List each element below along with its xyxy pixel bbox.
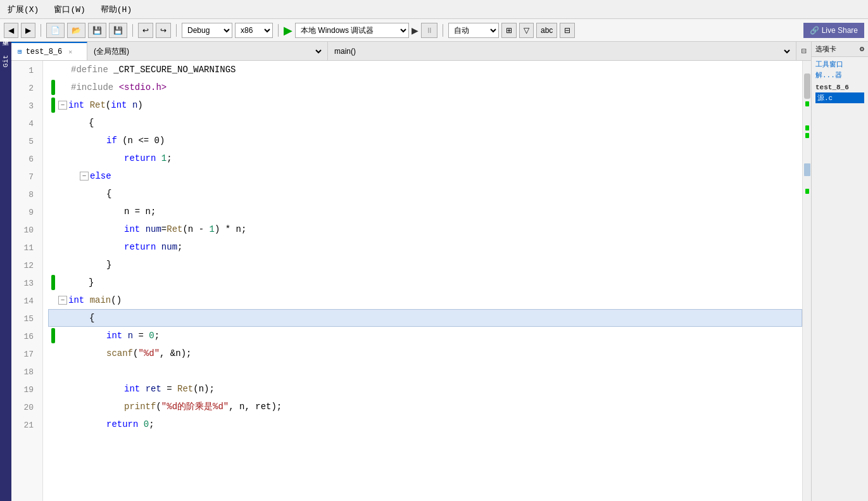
run2-button[interactable]: ▶ — [412, 25, 418, 35]
code-scrollbar[interactable] — [802, 61, 811, 501]
line-num-4: 4 — [11, 115, 37, 133]
line-num-13: 13 — [11, 275, 37, 293]
separator-3 — [176, 24, 177, 37]
line-num-11: 11 — [11, 239, 37, 257]
code-line-4: { — [48, 114, 802, 132]
token-20-2: ( — [156, 398, 161, 415]
file-tab[interactable]: ⊞ test_8_6 ✕ — [11, 42, 87, 60]
solution-link[interactable]: 解...器 — [815, 70, 864, 80]
live-share-button[interactable]: 🔗 Live Share — [803, 23, 864, 38]
token-3-3: Ret — [90, 96, 106, 114]
code-editor: 1 2 3 4 5 6 7 8 9 10 11 12 13 14 15 16 1… — [11, 61, 811, 501]
token-11-1: return — [124, 238, 156, 256]
back-button[interactable]: ◀ — [4, 23, 18, 38]
code-content[interactable]: #define _CRT_SECURE_NO_WARNINGS #include… — [43, 61, 802, 501]
right-panel: 选项卡 ⚙ 工具窗口 解...器 test_8_6 源.c — [811, 42, 868, 501]
auto-dropdown[interactable]: 自动 — [448, 23, 499, 38]
git-label: Git 更改 — [0, 48, 12, 70]
tools-window-link[interactable]: 工具窗口 — [815, 60, 864, 69]
line-numbers: 1 2 3 4 5 6 7 8 9 10 11 12 13 14 15 16 1… — [11, 61, 43, 501]
code-line-5: if (n <= 0) — [48, 132, 802, 149]
token-19-5: Ret — [177, 380, 193, 398]
right-panel-gear-icon[interactable]: ⚙ — [860, 44, 864, 54]
line-num-3: 3 — [11, 98, 37, 115]
code-line-21: return 0 ; — [48, 415, 802, 433]
line-num-8: 8 — [11, 186, 37, 204]
fold-14[interactable]: − — [58, 296, 67, 305]
token-19-1: int — [124, 380, 140, 398]
token-3-8: ) — [137, 96, 142, 114]
token-14-3: main — [90, 291, 111, 309]
pause-button[interactable]: ⏸ — [421, 23, 437, 38]
platform-dropdown[interactable]: x86 — [235, 23, 273, 38]
save-button[interactable]: 💾 — [88, 23, 106, 38]
token-10-7: 1 — [209, 220, 214, 238]
menu-help[interactable]: 帮助(H) — [98, 3, 134, 16]
forward-button[interactable]: ▶ — [21, 23, 35, 38]
active-file[interactable]: 源.c — [815, 92, 864, 103]
line-num-9: 9 — [11, 204, 37, 222]
scope-dropdown[interactable]: (全局范围) — [91, 46, 324, 56]
token-21-4: ; — [149, 415, 154, 433]
token-20-4: , n, ret); — [229, 398, 282, 415]
tab-close-icon[interactable]: ✕ — [68, 48, 72, 56]
menu-expand[interactable]: 扩展(X) — [5, 3, 41, 16]
undo-button[interactable]: ↩ — [138, 23, 153, 38]
run-button[interactable]: ▶ — [284, 23, 292, 37]
toolbar-icon-1[interactable]: ⊞ — [501, 23, 517, 38]
line-num-19: 19 — [11, 381, 37, 399]
token-6-1: return — [124, 149, 156, 167]
code-line-15[interactable]: { — [48, 309, 802, 327]
code-line-19: int ret = Ret (n); — [48, 380, 802, 398]
code-line-13: } — [48, 274, 802, 291]
token-3-1: int — [68, 96, 84, 114]
token-14-1: int — [68, 291, 84, 309]
fold-7[interactable]: − — [80, 172, 89, 181]
token-16-6: ; — [154, 327, 160, 345]
token-11-4: ; — [177, 238, 182, 256]
save-all-button[interactable]: 💾 — [109, 23, 127, 38]
token-20-1: printf — [124, 398, 156, 415]
code-line-8: { — [48, 185, 802, 203]
indicator-16 — [48, 328, 58, 343]
token-21-3: 0 — [144, 415, 149, 433]
code-line-6: return 1 ; — [48, 149, 802, 167]
code-line-14: − int main () — [48, 291, 802, 309]
code-line-17: scanf ( "%d" , &n); — [48, 345, 802, 362]
right-panel-header: 选项卡 ⚙ — [812, 42, 868, 57]
redo-button[interactable]: ↪ — [156, 23, 171, 38]
token-17-1: scanf — [106, 345, 133, 362]
debug-target-dropdown[interactable]: 本地 Windows 调试器 — [295, 23, 409, 38]
code-line-11: return num ; — [48, 238, 802, 256]
project-name: test_8_6 — [815, 84, 864, 91]
split-editor-button[interactable]: ⊟ — [796, 42, 811, 60]
new-file-button[interactable]: 📄 — [46, 23, 65, 38]
line-num-12: 12 — [11, 257, 37, 275]
toolbar-icon-3[interactable]: abc — [536, 23, 557, 38]
token-17-4: , &n); — [160, 345, 191, 362]
token-3-4: ( — [106, 96, 111, 114]
code-line-18 — [48, 362, 802, 380]
project-section: test_8_6 源.c — [815, 84, 864, 103]
fold-3[interactable]: − — [58, 101, 67, 110]
function-dropdown[interactable]: main() — [332, 46, 792, 56]
scrollbar-thumb[interactable] — [804, 73, 810, 99]
code-line-7: − else — [48, 167, 802, 185]
function-dropdown-container: main() — [328, 42, 796, 60]
token-6-4: ; — [167, 149, 172, 167]
code-line-9: n = n; — [48, 203, 802, 220]
token-16-2 — [122, 327, 127, 345]
token-20-3: "%d的阶乘是%d" — [161, 398, 229, 415]
token-6-2 — [156, 149, 161, 167]
toolbar-icon-2[interactable]: ▽ — [519, 23, 534, 38]
open-button[interactable]: 📂 — [67, 23, 85, 38]
line-num-20: 20 — [11, 399, 37, 417]
line-num-14: 14 — [11, 293, 37, 310]
debug-config-dropdown[interactable]: Debug — [182, 23, 232, 38]
menu-window[interactable]: 窗口(W) — [51, 3, 87, 16]
code-line-20: printf ( "%d的阶乘是%d" , n, ret); — [48, 398, 802, 415]
separator-5 — [443, 24, 443, 37]
line-num-7: 7 — [11, 168, 37, 186]
toolbar-icon-4[interactable]: ⊟ — [560, 23, 575, 38]
tools-window-section: 工具窗口 解...器 — [815, 60, 864, 80]
